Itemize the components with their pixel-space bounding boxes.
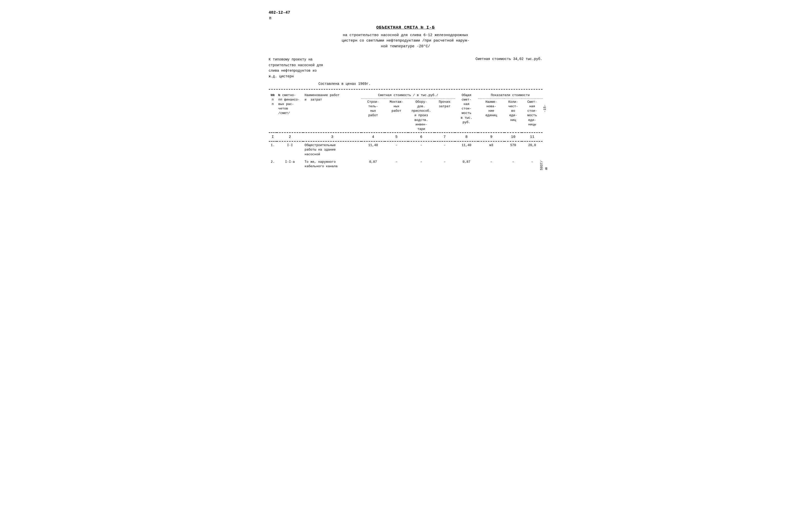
row1-col4: 11,40 <box>361 141 385 158</box>
col-header-4: Строи-тель-ныхработ <box>361 98 385 133</box>
meta-cost: Сметная стоимость 34,02 тыс.руб. <box>476 57 542 62</box>
row2-smeta: I-I-а <box>277 158 303 170</box>
col-num-9: 9 <box>478 133 504 141</box>
meta-left-4: ж.д. цистерн <box>269 74 323 79</box>
row2-num: 2. <box>269 158 277 170</box>
row2-col4: 0,87 <box>361 158 385 170</box>
row1-name: Общестроительныеработы на зданиенасосной <box>303 141 362 158</box>
col-header-6: Обору-дов.приспособ.и производств.инвен-… <box>408 98 434 133</box>
col-num-11: 11 <box>522 133 542 141</box>
col-header-5: Монтаж-ныхработ <box>385 98 408 133</box>
row1-col6: – <box>408 141 434 158</box>
row2-col9: – <box>478 158 504 170</box>
meta-left-2: строительство насосной для <box>269 62 323 68</box>
col-header-7: Прочихзатрат <box>434 98 455 133</box>
col-header-3: Наименование работи затрат <box>303 92 362 133</box>
col-header-cost-group: Сметная стоимость / в тыс.руб./ <box>361 92 455 99</box>
row1-smeta: I-I <box>277 141 303 158</box>
col-header-8: Общаясмет-наястои-мостьв тыс.руб. <box>455 92 478 133</box>
col-num-4: 4 <box>361 133 385 141</box>
row1-col7: – <box>434 141 455 158</box>
col-num-6: 6 <box>408 133 434 141</box>
row1-col9: м3 <box>478 141 504 158</box>
meta-date: Составлена в ценах 1969г. <box>319 82 371 86</box>
subtitle-line1: на строительство насосной для слива 6-12… <box>269 33 542 38</box>
title-main: ОБЪЕКТНАЯ СМЕТА № I-Б <box>269 25 542 31</box>
table-row: 2. I-I-а То же, наружногокабельного кана… <box>269 158 542 170</box>
col-num-2: 2 <box>277 133 303 141</box>
row1-col5: – <box>385 141 408 158</box>
col-num-1: I <box>269 133 277 141</box>
row1-num: 1. <box>269 141 277 158</box>
doc-icon: 🖹 <box>269 16 542 21</box>
subtitle-line2: цистерн со светлыми нефтепродуктами /при… <box>269 38 542 44</box>
col-header-9: Наиме-нова-ниеединиц <box>478 98 504 133</box>
side-note-page: -15- <box>543 105 547 112</box>
col-num-8: 8 <box>455 133 478 141</box>
col-header-indicators-group: Показатели стоимости <box>478 92 542 99</box>
row2-col5: – <box>385 158 408 170</box>
row2-name: То же, наружногокабельного канала <box>303 158 362 170</box>
side-note-code: 5937/🗎 <box>539 159 549 170</box>
table-row: 1. I-I Общестроительныеработы на зданиен… <box>269 141 542 158</box>
col-header-2: № сметно-пп финансо-вых рас-четов/смет/ <box>277 92 303 133</box>
doc-number: 402-12-47 <box>269 10 542 15</box>
meta-left-3: слива нефтепродуктов из <box>269 68 323 73</box>
col-num-5: 5 <box>385 133 408 141</box>
col-header-1: №№пп <box>269 92 277 133</box>
row2-col7: – <box>434 158 455 170</box>
col-header-11: Смет-наястои-мостьеди-ницы <box>522 98 542 133</box>
col-num-7: 7 <box>434 133 455 141</box>
row1-col11: 20,0 <box>522 141 542 158</box>
meta-left-1: К типовому проекту на <box>269 57 323 62</box>
row2-col6: – <box>408 158 434 170</box>
col-num-10: 10 <box>504 133 522 141</box>
row2-col8: 0,87 <box>455 158 478 170</box>
row2-col10: – <box>504 158 522 170</box>
row1-col8: 11,40 <box>455 141 478 158</box>
row1-col10: 570 <box>504 141 522 158</box>
col-num-3: 3 <box>303 133 362 141</box>
col-header-10: Коли-чест-воеди-ниц <box>504 98 522 133</box>
subtitle-line3: ной температуре -20°С/ <box>269 44 542 49</box>
